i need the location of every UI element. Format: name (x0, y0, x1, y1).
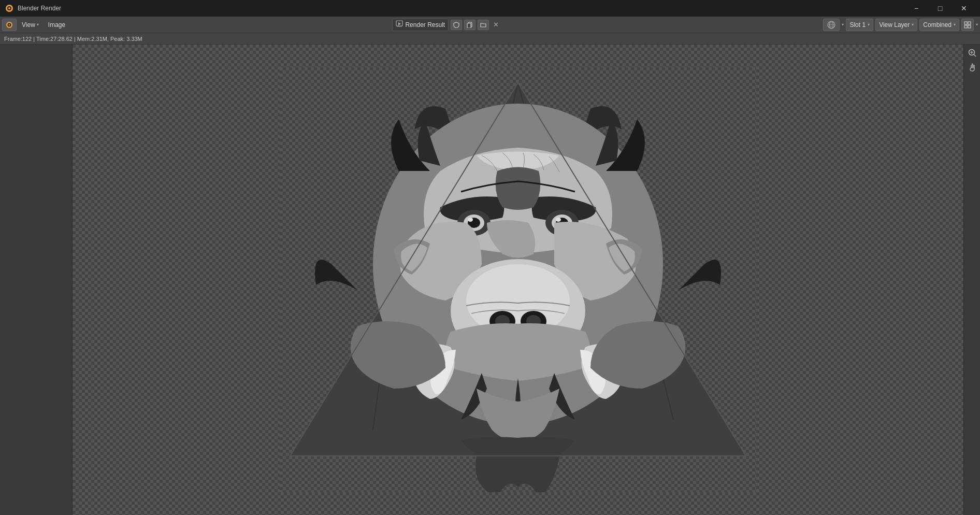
view-menu-button[interactable]: View ▾ (18, 19, 43, 31)
svg-rect-17 (964, 25, 967, 28)
image-menu-button[interactable]: Image (44, 19, 69, 31)
maximize-button[interactable]: □ (928, 0, 952, 17)
boar-render (280, 67, 756, 492)
svg-rect-16 (968, 22, 971, 24)
main-content (0, 45, 980, 515)
expand-caret: ▾ (976, 22, 978, 27)
svg-point-43 (556, 218, 561, 222)
render-viewport[interactable] (73, 45, 963, 515)
blender-icon-button[interactable] (2, 19, 17, 31)
expand-button[interactable] (961, 19, 974, 31)
copy-button[interactable] (464, 20, 475, 30)
svg-rect-9 (467, 23, 471, 28)
svg-point-39 (468, 218, 473, 222)
globe-caret: ▾ (842, 22, 844, 27)
svg-point-2 (8, 7, 10, 9)
render-icon (396, 20, 403, 29)
title-bar: Blender Render − □ ✕ (0, 0, 980, 17)
globe-button[interactable] (823, 19, 840, 31)
render-result-label: Render Result (405, 21, 445, 28)
menu-bar-center: Render Result ✕ (70, 19, 822, 31)
render-result-close-button[interactable]: ✕ (491, 20, 500, 30)
left-sidebar (0, 45, 73, 515)
render-result-area: Render Result (392, 19, 449, 31)
folder-button[interactable] (478, 20, 489, 30)
zoom-tool-button[interactable] (966, 47, 978, 59)
app-title: Blender Render (18, 5, 901, 12)
svg-line-52 (974, 54, 976, 56)
render-image (73, 45, 963, 515)
slot-dropdown[interactable]: Slot 1 ▾ (846, 19, 873, 31)
shield-button[interactable] (451, 20, 462, 30)
svg-rect-15 (964, 22, 967, 24)
close-button[interactable]: ✕ (952, 0, 976, 17)
menu-bar-right: ▾ Slot 1 ▾ View Layer ▾ Combined ▾ ▾ (823, 19, 978, 31)
status-bar: Frame:122 | Time:27:28.62 | Mem:2.31M, P… (0, 33, 980, 45)
right-tools (963, 45, 980, 515)
combined-dropdown[interactable]: Combined ▾ (919, 19, 959, 31)
minimize-button[interactable]: − (904, 0, 928, 17)
window-controls: − □ ✕ (904, 0, 976, 17)
svg-point-5 (9, 24, 10, 25)
app-icon (4, 3, 15, 13)
svg-rect-18 (968, 25, 971, 28)
menu-bar: View ▾ Image Render Result (0, 17, 980, 33)
status-text: Frame:122 | Time:27:28.62 | Mem:2.31M, P… (4, 36, 142, 42)
view-layer-dropdown[interactable]: View Layer ▾ (875, 19, 917, 31)
hand-tool-button[interactable] (966, 61, 978, 74)
